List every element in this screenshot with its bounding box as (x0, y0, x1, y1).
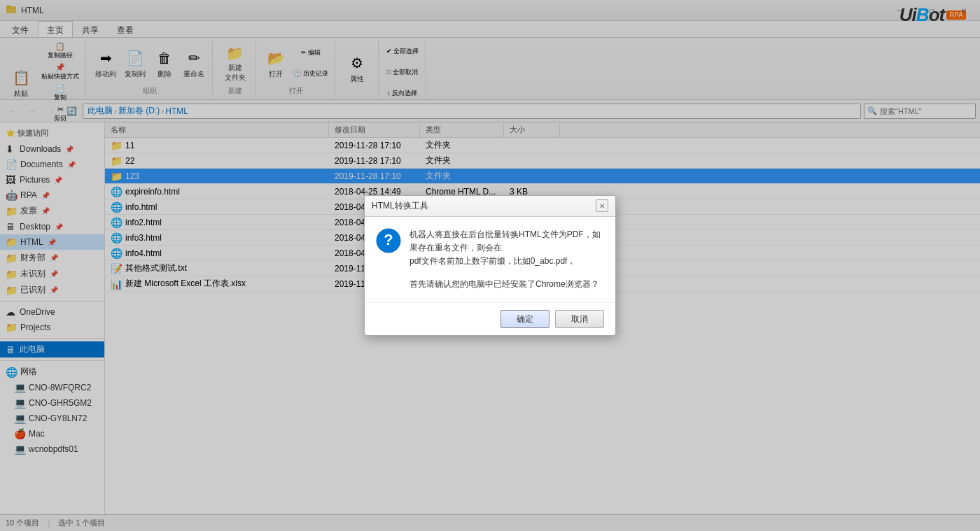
dialog-title-bar: HTML转换工具 ✕ (365, 196, 615, 217)
dialog-question-icon: ? (376, 228, 401, 259)
dialog-title: HTML转换工具 (372, 200, 428, 212)
dialog-message-line1: 机器人将直接在后台批量转换HTML文件为PDF，如果存在重名文件，则会在 (410, 228, 604, 255)
dialog-body: ? 机器人将直接在后台批量转换HTML文件为PDF，如果存在重名文件，则会在 p… (365, 217, 615, 303)
dialog-footer: 确定 取消 (365, 302, 615, 335)
dialog-message-line3: 首先请确认您的电脑中已经安装了Chrome浏览器？ (410, 278, 604, 291)
dialog-overlay: HTML转换工具 ✕ ? 机器人将直接在后台批量转换HTML文件为PDF，如果存… (0, 0, 980, 531)
svg-text:?: ? (384, 231, 393, 248)
dialog-message-area: 机器人将直接在后台批量转换HTML文件为PDF，如果存在重名文件，则会在 pdf… (410, 228, 604, 292)
dialog: HTML转换工具 ✕ ? 机器人将直接在后台批量转换HTML文件为PDF，如果存… (364, 195, 616, 337)
dialog-cancel-button[interactable]: 取消 (555, 310, 604, 328)
dialog-message-line2: pdf文件名前加上数字前缀，比如0_abc.pdf， (410, 255, 604, 268)
dialog-close-button[interactable]: ✕ (596, 199, 608, 212)
dialog-confirm-button[interactable]: 确定 (500, 310, 550, 328)
